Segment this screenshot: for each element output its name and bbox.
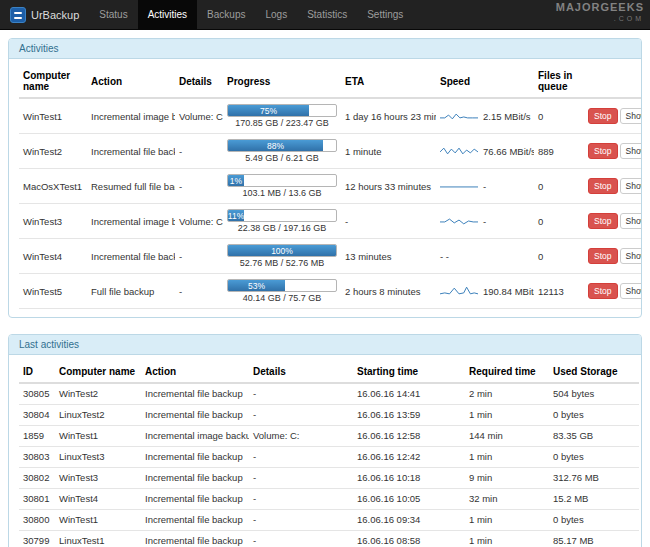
- stop-button[interactable]: Stop: [588, 143, 618, 159]
- cell-computer: WinTest1: [55, 509, 141, 530]
- cell-computer: WinTest2: [55, 383, 141, 404]
- progress-bar: 100%: [227, 244, 337, 257]
- cell-eta: 1 day 16 hours 23 minutes: [341, 98, 436, 134]
- cell-buttons: StopShow log: [584, 204, 642, 239]
- progress-percent: 100%: [271, 246, 293, 256]
- cell-computer: LinuxTest3: [55, 446, 141, 467]
- last-activities-header-row: ID Computer name Action Details Starting…: [19, 361, 639, 383]
- urbackup-app: UrBackup Status Activities Backups Logs …: [0, 0, 650, 547]
- cell-speed: 76.66 MBit/s: [436, 134, 534, 169]
- speed-value: 190.84 MBit/s: [483, 286, 534, 297]
- cell-progress: 100% 52.76 MB / 52.76 MB: [223, 239, 341, 274]
- show-log-button[interactable]: Show log: [620, 248, 643, 264]
- progress-bar-fill: 88%: [228, 140, 323, 151]
- last-activity-row: 30803 LinuxTest3 Incremental file backup…: [19, 446, 639, 467]
- cell-details: -: [249, 488, 353, 509]
- nav-item-logs[interactable]: Logs: [255, 0, 297, 29]
- cell-computer: WinTest3: [55, 467, 141, 488]
- cell-details: -: [249, 446, 353, 467]
- last-activities-table: ID Computer name Action Details Starting…: [19, 361, 639, 547]
- cell-buttons: StopShow log: [584, 134, 642, 169]
- progress-bytes: 52.76 MB / 52.76 MB: [227, 258, 337, 268]
- cell-speed: 190.84 MBit/s: [436, 274, 534, 309]
- cell-queue: 0: [534, 98, 584, 134]
- cell-progress: 75% 170.85 GB / 223.47 GB: [223, 98, 341, 134]
- nav-item-settings[interactable]: Settings: [357, 0, 413, 29]
- brand[interactable]: UrBackup: [0, 0, 89, 29]
- progress-bar-fill: 1%: [228, 175, 244, 186]
- progress-bar: 88%: [227, 139, 337, 152]
- stop-button[interactable]: Stop: [588, 283, 618, 299]
- activities-panel: Activities Computer name Action Details …: [8, 38, 642, 318]
- activities-header-row: Computer name Action Details Progress ET…: [19, 65, 642, 98]
- nav-item-activities[interactable]: Activities: [138, 0, 197, 29]
- cell-buttons: StopShow log: [584, 274, 642, 309]
- cell-queue: 12113: [534, 274, 584, 309]
- nav-item-status[interactable]: Status: [89, 0, 137, 29]
- progress-bar-fill: 11%: [228, 210, 244, 221]
- col-computer-name: Computer name: [19, 65, 87, 98]
- cell-details: -: [175, 169, 223, 204]
- cell-details: -: [175, 274, 223, 309]
- speed-sparkline-icon: [440, 214, 478, 228]
- cell-required: 2 min: [465, 383, 549, 404]
- cell-buttons: StopShow log: [584, 169, 642, 204]
- progress-bar: 11%: [227, 209, 337, 222]
- cell-computer: WinTest4: [19, 239, 87, 274]
- progress-percent: 75%: [260, 106, 277, 116]
- watermark-line1: MAJORGEEKS: [556, 2, 644, 13]
- stop-button[interactable]: Stop: [588, 248, 618, 264]
- col-files-in-queue: Files in queue: [534, 65, 584, 98]
- cell-computer: WinTest1: [55, 425, 141, 446]
- progress-bar-fill: 100%: [228, 245, 336, 256]
- cell-buttons: StopShow log: [584, 239, 642, 274]
- activity-row: WinTest5 Full file backup - 53% 40.14 GB…: [19, 274, 642, 309]
- navbar: UrBackup Status Activities Backups Logs …: [0, 0, 650, 30]
- cell-start: 16.06.16 08:58: [353, 530, 465, 547]
- show-log-button[interactable]: Show log: [620, 178, 643, 194]
- stop-button[interactable]: Stop: [588, 178, 618, 194]
- col-eta: ETA: [341, 65, 436, 98]
- cell-action: Incremental file backup: [141, 488, 249, 509]
- cell-progress: 88% 5.49 GB / 6.21 GB: [223, 134, 341, 169]
- cell-action: Incremental file backup: [141, 404, 249, 425]
- progress-bar-fill: 75%: [228, 105, 309, 116]
- col-used-storage: Used Storage: [549, 361, 639, 383]
- cell-computer: LinuxTest2: [55, 404, 141, 425]
- progress-bytes: 22.38 GB / 197.16 GB: [227, 223, 337, 233]
- cell-required: 1 min: [465, 530, 549, 547]
- cell-computer: WinTest1: [19, 98, 87, 134]
- cell-details: -: [249, 509, 353, 530]
- show-log-button[interactable]: Show log: [620, 213, 643, 229]
- speed-value: - -: [440, 251, 449, 262]
- nav-item-backups[interactable]: Backups: [197, 0, 255, 29]
- cell-details: -: [175, 134, 223, 169]
- cell-details: Volume: C:: [175, 204, 223, 239]
- cell-details: -: [249, 467, 353, 488]
- speed-value: -: [483, 181, 486, 192]
- col-actions: [584, 65, 642, 98]
- cell-required: 1 min: [465, 446, 549, 467]
- cell-action: Full file backup: [87, 274, 175, 309]
- speed-sparkline-icon: [440, 144, 478, 158]
- cell-details: Volume: C:: [175, 98, 223, 134]
- cell-computer: WinTest2: [19, 134, 87, 169]
- cell-queue: 0: [534, 239, 584, 274]
- progress-percent: 11%: [228, 211, 244, 221]
- cell-details: -: [249, 530, 353, 547]
- show-log-button[interactable]: Show log: [620, 143, 643, 159]
- last-activity-row: 30801 WinTest4 Incremental file backup -…: [19, 488, 639, 509]
- cell-action: Incremental file backup: [87, 239, 175, 274]
- progress-bar: 1%: [227, 174, 337, 187]
- nav-item-statistics[interactable]: Statistics: [297, 0, 357, 29]
- brand-label: UrBackup: [31, 9, 79, 21]
- stop-button[interactable]: Stop: [588, 108, 618, 124]
- majorgeeks-watermark: MAJORGEEKS .COM: [556, 2, 644, 24]
- show-log-button[interactable]: Show log: [620, 283, 643, 299]
- progress-percent: 1%: [230, 176, 242, 186]
- cell-action: Incremental image backup: [87, 204, 175, 239]
- last-activity-row: 30805 WinTest2 Incremental file backup -…: [19, 383, 639, 404]
- cell-start: 16.06.16 12:42: [353, 446, 465, 467]
- stop-button[interactable]: Stop: [588, 213, 618, 229]
- show-log-button[interactable]: Show log: [620, 108, 643, 124]
